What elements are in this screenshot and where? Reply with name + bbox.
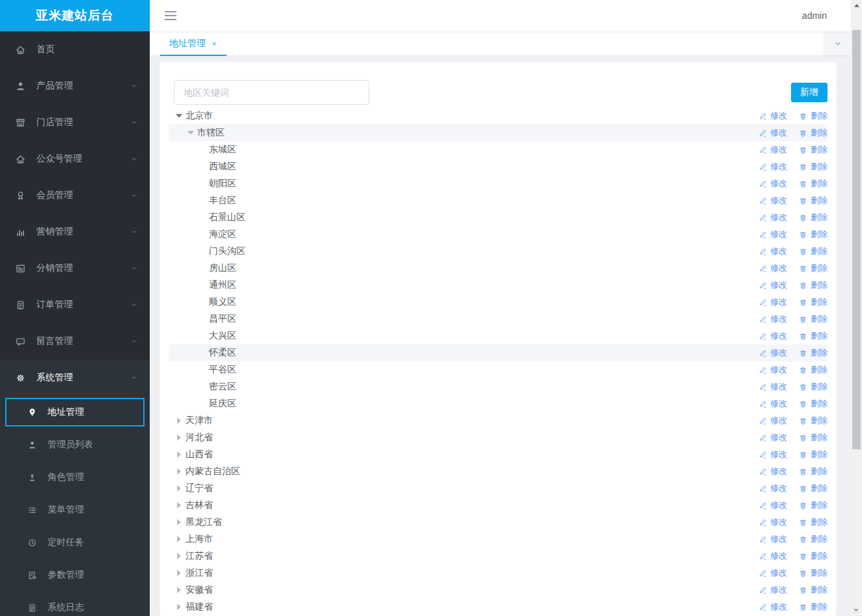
delete-link[interactable]: 删除 <box>799 144 827 156</box>
edit-link[interactable]: 修改 <box>758 567 787 579</box>
sidebar-item-store[interactable]: 门店管理 <box>0 104 150 141</box>
delete-link[interactable]: 删除 <box>799 516 827 528</box>
delete-link[interactable]: 删除 <box>799 161 827 173</box>
edit-link[interactable]: 修改 <box>758 483 787 494</box>
edit-link[interactable]: 修改 <box>758 127 787 139</box>
edit-link[interactable]: 修改 <box>758 381 787 393</box>
sidebar-subitem-menu[interactable]: 菜单管理 <box>0 494 150 526</box>
delete-link[interactable]: 删除 <box>799 533 827 545</box>
delete-link[interactable]: 删除 <box>799 212 827 223</box>
sidebar-subitem-cron[interactable]: 定时任务 <box>0 526 150 559</box>
tree-row[interactable]: 丰台区修改删除 <box>169 192 827 209</box>
tree-row[interactable]: 顺义区修改删除 <box>169 294 827 311</box>
vertical-scrollbar[interactable] <box>851 0 862 616</box>
edit-link[interactable]: 修改 <box>758 533 787 545</box>
edit-link[interactable]: 修改 <box>758 178 787 189</box>
scroll-up-icon[interactable] <box>851 0 862 11</box>
delete-link[interactable]: 删除 <box>799 567 827 579</box>
edit-link[interactable]: 修改 <box>758 245 787 257</box>
tree-row[interactable]: 房山区修改删除 <box>169 260 827 277</box>
edit-link[interactable]: 修改 <box>758 144 787 156</box>
sidebar-subitem-param[interactable]: 参数管理 <box>0 559 150 591</box>
tree-row[interactable]: 通州区修改删除 <box>169 277 827 294</box>
edit-link[interactable]: 修改 <box>758 516 787 528</box>
scroll-down-icon[interactable] <box>854 609 859 612</box>
caret-right-icon[interactable] <box>175 570 183 576</box>
sidebar-item-home[interactable]: 首页 <box>0 31 150 68</box>
sidebar-item-distribution[interactable]: 分销管理 <box>0 250 150 287</box>
caret-right-icon[interactable] <box>175 434 183 441</box>
caret-right-icon[interactable] <box>175 417 183 424</box>
delete-link[interactable]: 删除 <box>799 499 827 511</box>
caret-right-icon[interactable] <box>175 502 183 509</box>
tree-row[interactable]: 东城区修改删除 <box>169 141 827 158</box>
sidebar-item-system[interactable]: 系统管理 <box>0 359 150 396</box>
delete-link[interactable]: 删除 <box>799 550 827 562</box>
edit-link[interactable]: 修改 <box>758 415 787 427</box>
edit-link[interactable]: 修改 <box>758 364 787 376</box>
tree-row[interactable]: 市辖区修改删除 <box>169 124 827 141</box>
tree-row[interactable]: 平谷区修改删除 <box>169 361 827 378</box>
sidebar-subitem-role[interactable]: 角色管理 <box>0 461 150 494</box>
edit-link[interactable]: 修改 <box>758 347 787 359</box>
tree-row[interactable]: 北京市修改删除 <box>169 107 827 124</box>
tree-row[interactable]: 辽宁省修改删除 <box>169 480 827 497</box>
caret-right-icon[interactable] <box>175 587 183 593</box>
sidebar-subitem-syslog[interactable]: 系统日志 <box>0 591 150 616</box>
caret-right-icon[interactable] <box>175 468 183 475</box>
edit-link[interactable]: 修改 <box>758 398 787 410</box>
tree-row[interactable]: 西城区修改删除 <box>169 158 827 175</box>
caret-right-icon[interactable] <box>175 604 183 610</box>
caret-right-icon[interactable] <box>175 553 183 559</box>
delete-link[interactable]: 删除 <box>799 262 827 274</box>
tree-row[interactable]: 朝阳区修改删除 <box>169 175 827 192</box>
tree-row[interactable]: 昌平区修改删除 <box>169 311 827 328</box>
tree-row[interactable]: 怀柔区修改删除 <box>169 344 827 361</box>
edit-link[interactable]: 修改 <box>758 212 787 223</box>
delete-link[interactable]: 删除 <box>799 398 827 410</box>
delete-link[interactable]: 删除 <box>799 229 827 240</box>
tree-row[interactable]: 海淀区修改删除 <box>169 226 827 243</box>
tab-list-dropdown[interactable] <box>825 31 851 56</box>
edit-link[interactable]: 修改 <box>758 432 787 443</box>
tree-row[interactable]: 大兴区修改删除 <box>169 328 827 344</box>
edit-link[interactable]: 修改 <box>758 449 787 460</box>
delete-link[interactable]: 删除 <box>799 483 827 494</box>
tree-row[interactable]: 安徽省修改删除 <box>169 581 827 598</box>
tree-row[interactable]: 吉林省修改删除 <box>169 497 827 514</box>
username[interactable]: admin <box>802 10 851 21</box>
delete-link[interactable]: 删除 <box>799 466 827 477</box>
edit-link[interactable]: 修改 <box>758 161 787 173</box>
tree-row[interactable]: 浙江省修改删除 <box>169 565 827 581</box>
tree-row[interactable]: 江苏省修改删除 <box>169 548 827 565</box>
caret-right-icon[interactable] <box>175 519 183 525</box>
delete-link[interactable]: 删除 <box>799 415 827 427</box>
delete-link[interactable]: 删除 <box>799 381 827 393</box>
delete-link[interactable]: 删除 <box>799 127 827 139</box>
close-icon[interactable] <box>211 40 217 47</box>
delete-link[interactable]: 删除 <box>799 110 827 122</box>
tree-row[interactable]: 密云区修改删除 <box>169 378 827 395</box>
delete-link[interactable]: 删除 <box>799 296 827 308</box>
delete-link[interactable]: 删除 <box>799 449 827 460</box>
caret-right-icon[interactable] <box>175 485 183 492</box>
tree-row[interactable]: 黑龙江省修改删除 <box>169 514 827 531</box>
caret-down-icon[interactable] <box>175 114 183 118</box>
delete-link[interactable]: 删除 <box>799 584 827 596</box>
sidebar-item-message[interactable]: 留言管理 <box>0 323 150 359</box>
caret-down-icon[interactable] <box>187 131 195 135</box>
tree-row[interactable]: 福建省修改删除 <box>169 598 827 615</box>
edit-link[interactable]: 修改 <box>758 296 787 308</box>
tree-row[interactable]: 门头沟区修改删除 <box>169 243 827 260</box>
tree-row[interactable]: 内蒙古自治区修改删除 <box>169 463 827 480</box>
edit-link[interactable]: 修改 <box>758 466 787 477</box>
delete-link[interactable]: 删除 <box>799 313 827 325</box>
search-input[interactable] <box>174 80 369 105</box>
sidebar-subitem-address[interactable]: 地址管理 <box>5 398 145 427</box>
delete-link[interactable]: 删除 <box>799 364 827 376</box>
tree-row[interactable]: 石景山区修改删除 <box>169 209 827 226</box>
edit-link[interactable]: 修改 <box>758 499 787 511</box>
sidebar-item-member[interactable]: 会员管理 <box>0 177 150 214</box>
sidebar-item-order[interactable]: 订单管理 <box>0 287 150 323</box>
edit-link[interactable]: 修改 <box>758 601 787 613</box>
